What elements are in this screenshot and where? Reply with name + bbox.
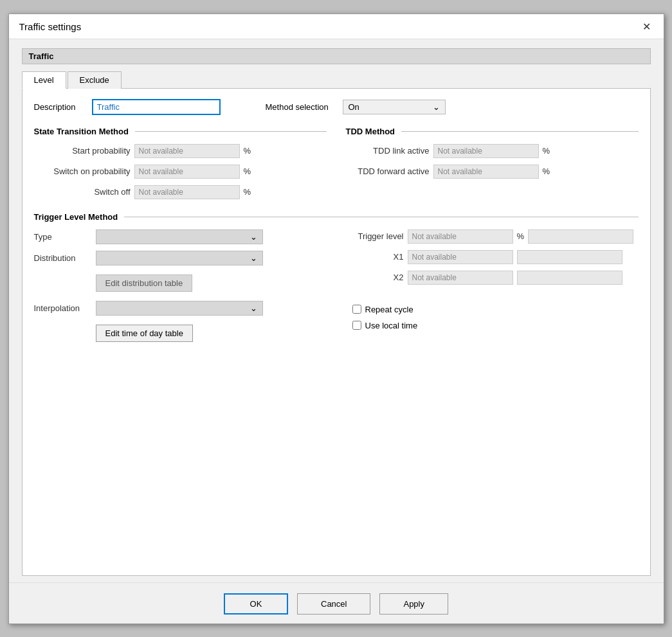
type-row: Type ⌄: [34, 229, 327, 244]
dialog-body: Traffic Level Exclude Description Method…: [9, 39, 664, 582]
use-local-time-row: Use local time: [352, 321, 639, 330]
chevron-down-icon: ⌄: [250, 303, 257, 313]
dialog-title: Traffic settings: [19, 21, 82, 32]
interpolation-section: Interpolation ⌄ Edit time of day table: [34, 301, 639, 342]
title-bar: Traffic settings ✕: [9, 14, 664, 39]
tdd-method-title: TDD Method: [346, 127, 639, 136]
edit-time-row: Edit time of day table: [34, 322, 327, 342]
tdd-link-active-row: TDD link active %: [346, 144, 639, 158]
trigger-level-label: Trigger level: [346, 231, 404, 241]
x1-unit-input: [517, 250, 622, 264]
trigger-level-unit-input: [528, 229, 633, 244]
trigger-level-field: Trigger level %: [346, 229, 639, 244]
distribution-value: [102, 253, 104, 263]
state-transition-title: State Transition Method: [34, 127, 327, 136]
apply-button[interactable]: Apply: [379, 593, 448, 615]
ok-button[interactable]: OK: [224, 593, 288, 615]
method-columns: State Transition Method Start probabilit…: [34, 127, 639, 206]
switch-on-probability-input: [134, 165, 240, 179]
trigger-left: Type ⌄ Distribution ⌄: [34, 229, 327, 292]
x1-field: X1: [346, 250, 639, 264]
traffic-settings-dialog: Traffic settings ✕ Traffic Level Exclude…: [8, 13, 664, 624]
distribution-row: Distribution ⌄: [34, 251, 327, 265]
type-dropdown[interactable]: ⌄: [96, 229, 263, 244]
interp-columns: Interpolation ⌄ Edit time of day table: [34, 301, 639, 342]
x1-label: X1: [346, 252, 404, 262]
interp-left: Interpolation ⌄ Edit time of day table: [34, 301, 327, 342]
tab-exclude[interactable]: Exclude: [68, 71, 122, 89]
tab-bar: Level Exclude: [22, 71, 651, 89]
switch-off-input: [134, 185, 240, 199]
method-selection-dropdown[interactable]: On ⌄: [343, 100, 446, 114]
distribution-dropdown[interactable]: ⌄: [96, 251, 263, 265]
tdd-forward-active-unit: %: [543, 166, 550, 176]
distribution-label: Distribution: [34, 253, 92, 263]
switch-off-unit: %: [244, 187, 251, 197]
tab-level[interactable]: Level: [22, 71, 66, 89]
switch-off-row: Switch off %: [34, 185, 327, 199]
use-local-time-label: Use local time: [365, 321, 418, 330]
edit-time-of-day-button[interactable]: Edit time of day table: [96, 325, 193, 342]
interpolation-value: [102, 303, 104, 313]
bottom-buttons: OK Cancel Apply: [9, 582, 664, 624]
section-header: Traffic: [22, 48, 651, 64]
start-probability-unit: %: [244, 146, 251, 156]
interpolation-label: Interpolation: [34, 303, 92, 313]
method-selection-value: On: [349, 102, 359, 112]
interp-right: Repeat cycle Use local time: [346, 301, 639, 342]
description-input[interactable]: [92, 99, 221, 115]
start-probability-label: Start probability: [34, 146, 131, 156]
close-button[interactable]: ✕: [639, 21, 655, 33]
edit-distribution-button[interactable]: Edit distribution table: [96, 274, 193, 292]
tdd-method-section: TDD Method TDD link active % TDD forward…: [346, 127, 639, 206]
x2-input: [408, 271, 513, 285]
repeat-cycle-label: Repeat cycle: [365, 305, 413, 314]
start-probability-row: Start probability %: [34, 144, 327, 158]
description-label: Description: [34, 102, 86, 112]
desc-method-row: Description Method selection On ⌄: [34, 99, 639, 115]
tdd-link-active-label: TDD link active: [346, 146, 430, 156]
state-transition-section: State Transition Method Start probabilit…: [34, 127, 327, 206]
edit-distribution-row: Edit distribution table: [34, 272, 327, 292]
switch-on-probability-row: Switch on probability %: [34, 165, 327, 179]
tdd-link-active-input: [433, 144, 539, 158]
tdd-forward-active-label: TDD forward active: [346, 166, 430, 176]
switch-on-probability-unit: %: [244, 166, 251, 176]
repeat-cycle-checkbox[interactable]: [352, 305, 361, 314]
trigger-right: Trigger level % X1 X2: [346, 229, 639, 292]
trigger-level-section: Trigger Level Method Type ⌄ Distribu: [34, 212, 639, 292]
interpolation-row: Interpolation ⌄: [34, 301, 327, 316]
x2-unit-input: [517, 271, 622, 285]
tdd-link-active-unit: %: [543, 146, 550, 156]
repeat-cycle-row: Repeat cycle: [352, 305, 639, 314]
chevron-down-icon: ⌄: [250, 253, 257, 263]
trigger-columns: Type ⌄ Distribution ⌄: [34, 229, 639, 292]
cancel-button[interactable]: Cancel: [297, 593, 370, 615]
method-selection-label: Method selection: [266, 102, 336, 112]
tab-content-level: Description Method selection On ⌄ State …: [22, 89, 651, 576]
start-probability-input: [134, 144, 240, 158]
x2-label: X2: [346, 273, 404, 282]
trigger-level-title: Trigger Level Method: [34, 212, 639, 222]
x2-field: X2: [346, 271, 639, 285]
type-value: [102, 232, 104, 242]
switch-off-label: Switch off: [34, 187, 131, 197]
chevron-down-icon: ⌄: [433, 102, 440, 112]
tdd-forward-active-input: [433, 165, 539, 179]
chevron-down-icon: ⌄: [250, 232, 257, 242]
trigger-level-unit: %: [517, 231, 525, 241]
x1-input: [408, 250, 513, 264]
type-label: Type: [34, 232, 92, 242]
switch-on-probability-label: Switch on probability: [34, 166, 131, 176]
trigger-level-input: [408, 229, 513, 244]
interpolation-dropdown[interactable]: ⌄: [96, 301, 263, 316]
use-local-time-checkbox[interactable]: [352, 321, 361, 330]
tdd-forward-active-row: TDD forward active %: [346, 165, 639, 179]
